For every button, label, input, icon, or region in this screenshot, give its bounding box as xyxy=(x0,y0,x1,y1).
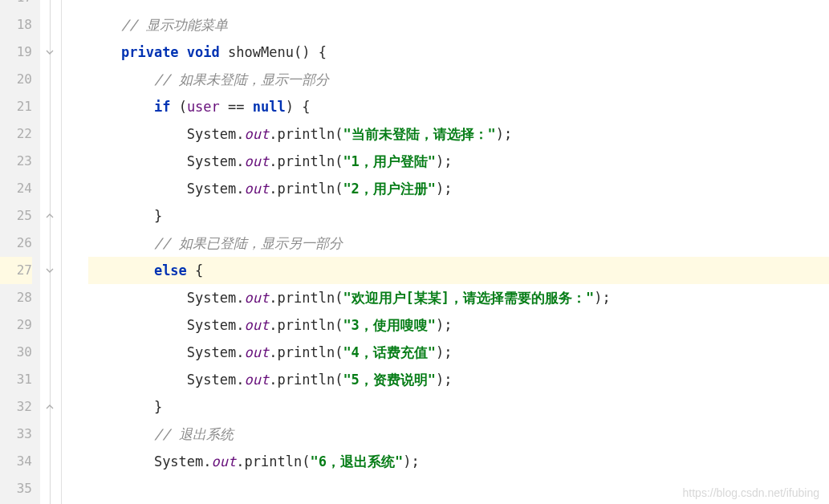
code-line[interactable] xyxy=(88,475,829,502)
code-line[interactable]: System.out.println("2，用户注册"); xyxy=(88,175,829,202)
line-number: 35 xyxy=(0,475,32,502)
token-punct: } xyxy=(154,399,162,415)
code-line[interactable]: System.out.println("6，退出系统"); xyxy=(88,448,829,475)
token-staticf: out xyxy=(245,290,270,306)
line-number: 22 xyxy=(0,120,32,148)
token-str: "5，资费说明" xyxy=(343,372,436,388)
token-punct: . xyxy=(236,290,244,306)
token-ident: System xyxy=(187,317,236,333)
line-number: 18 xyxy=(0,11,32,39)
line-number: 28 xyxy=(0,284,32,311)
code-line[interactable]: else { xyxy=(88,257,829,284)
token-punct: . xyxy=(236,181,244,197)
token-ident: System xyxy=(187,181,236,197)
line-number: 23 xyxy=(0,148,32,175)
code-line[interactable]: // 如果已登陆，显示另一部分 xyxy=(88,230,829,257)
fold-close-icon[interactable] xyxy=(43,0,57,3)
token-punct: ( xyxy=(335,372,343,388)
token-punct: . xyxy=(236,126,244,142)
fold-close-icon[interactable] xyxy=(43,210,57,222)
token-punct: ( xyxy=(335,181,343,197)
line-number: 26 xyxy=(0,230,32,257)
token-punct: ) { xyxy=(286,99,311,115)
token-punct: . xyxy=(236,453,244,469)
line-number: 21 xyxy=(0,93,32,120)
token-kw: null xyxy=(253,99,286,115)
code-area[interactable]: // 显示功能菜单 private void showMenu() { // 如… xyxy=(88,0,829,504)
token-str: "欢迎用户[某某]，请选择需要的服务：" xyxy=(343,290,594,306)
code-line[interactable]: } xyxy=(88,393,829,421)
token-ident: System xyxy=(154,453,203,469)
code-line[interactable]: // 退出系统 xyxy=(88,421,829,448)
line-number: 30 xyxy=(0,339,32,366)
fold-open-icon[interactable] xyxy=(43,47,57,58)
token-punct: ); xyxy=(403,453,419,469)
token-ident: System xyxy=(187,290,236,306)
code-line[interactable]: System.out.println("4，话费充值"); xyxy=(88,339,829,366)
token-punct: ( xyxy=(335,317,343,333)
code-line[interactable]: System.out.println("1，用户登陆"); xyxy=(88,148,829,175)
code-editor[interactable]: 17181920212223242526272829303132333435 /… xyxy=(0,0,829,504)
token-punct: . xyxy=(269,290,277,306)
token-ident: System xyxy=(187,344,236,360)
token-str: "6，退出系统" xyxy=(310,453,403,469)
code-line[interactable]: } xyxy=(88,202,829,230)
token-punct: ( xyxy=(302,453,310,469)
token-staticf: out xyxy=(245,317,270,333)
token-str: "当前未登陆，请选择：" xyxy=(343,126,495,142)
token-staticf: out xyxy=(245,153,270,169)
code-line[interactable] xyxy=(88,0,829,11)
code-line[interactable]: System.out.println("欢迎用户[某某]，请选择需要的服务：")… xyxy=(88,284,829,311)
token-str: "2，用户注册" xyxy=(343,181,436,197)
token-punct: . xyxy=(203,453,211,469)
token-method: println xyxy=(245,453,303,469)
token-method: println xyxy=(277,126,335,142)
line-number: 33 xyxy=(0,421,32,448)
token-staticf: out xyxy=(245,344,270,360)
token-punct: . xyxy=(269,181,277,197)
token-method: println xyxy=(277,290,335,306)
code-line[interactable]: if (user == null) { xyxy=(88,93,829,120)
line-number: 29 xyxy=(0,311,32,339)
fold-close-icon[interactable] xyxy=(43,401,57,413)
token-comment: // 如果未登陆，显示一部分 xyxy=(154,71,329,87)
token-punct: . xyxy=(236,317,244,333)
token-kw: if xyxy=(154,99,170,115)
token-punct: . xyxy=(236,153,244,169)
code-line[interactable]: private void showMenu() { xyxy=(88,39,829,66)
token-punct: . xyxy=(236,344,244,360)
code-line[interactable]: System.out.println("5，资费说明"); xyxy=(88,366,829,393)
token-str: "4，话费充值" xyxy=(343,344,436,360)
line-number: 34 xyxy=(0,448,32,475)
token-kw: else xyxy=(154,262,187,278)
token-punct: ); xyxy=(436,317,452,333)
code-line[interactable]: System.out.println("当前未登陆，请选择："); xyxy=(88,120,829,148)
token-punct: ); xyxy=(436,181,452,197)
token-punct: ( xyxy=(335,344,343,360)
token-staticf: out xyxy=(245,372,270,388)
token-comment: // 退出系统 xyxy=(154,426,234,442)
token-method: println xyxy=(277,181,335,197)
code-line[interactable]: // 显示功能菜单 xyxy=(88,11,829,39)
line-number: 19 xyxy=(0,39,32,66)
token-method: println xyxy=(277,344,335,360)
token-punct: . xyxy=(269,317,277,333)
token-fieldref: user xyxy=(187,99,220,115)
token-ident: System xyxy=(187,126,236,142)
indent-margin xyxy=(61,0,88,504)
token-punct: ); xyxy=(436,372,452,388)
code-line[interactable]: // 如果未登陆，显示一部分 xyxy=(88,66,829,93)
code-line[interactable]: System.out.println("3，使用嗖嗖"); xyxy=(88,311,829,339)
token-punct: ( xyxy=(335,153,343,169)
token-punct: } xyxy=(154,208,162,224)
token-punct: { xyxy=(195,262,203,278)
token-punct: ( xyxy=(335,126,343,142)
fold-guide xyxy=(50,0,51,504)
token-ident: System xyxy=(187,372,236,388)
token-method: showMenu xyxy=(228,44,294,60)
token-kw: private xyxy=(121,44,179,60)
fold-open-icon[interactable] xyxy=(43,265,57,276)
line-number: 17 xyxy=(0,0,32,11)
token-punct: ); xyxy=(496,126,512,142)
line-number: 20 xyxy=(0,66,32,93)
